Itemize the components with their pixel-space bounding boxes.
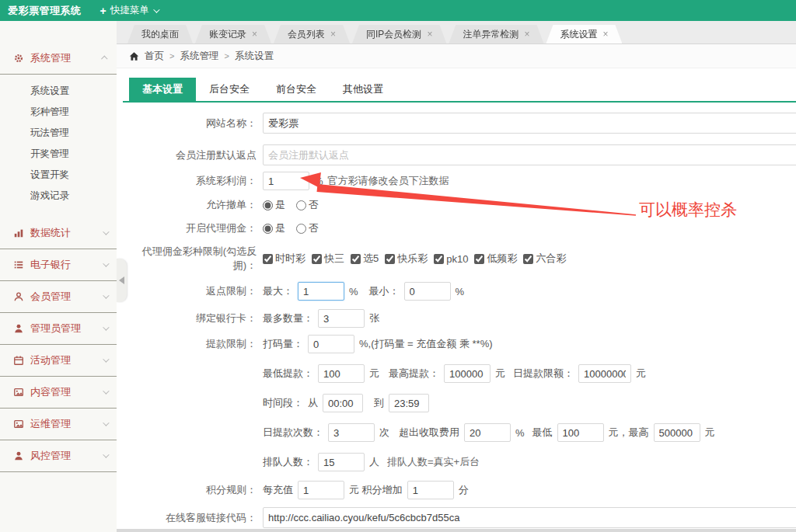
dama-input[interactable] bbox=[308, 335, 354, 353]
allow-cancel-yes[interactable]: 是 bbox=[263, 198, 285, 212]
reg-rebate-input[interactable] bbox=[263, 144, 796, 165]
percent-unit: % bbox=[349, 286, 358, 297]
check-liuhecai[interactable]: 六合彩 bbox=[523, 252, 566, 266]
radio-yes[interactable] bbox=[263, 224, 273, 234]
checkbox[interactable] bbox=[385, 254, 395, 264]
tab-account-changes[interactable]: 账变记录 × bbox=[195, 25, 271, 43]
allow-cancel-no[interactable]: 否 bbox=[296, 198, 319, 212]
sidebar-item-risk-mgmt[interactable]: 风控管理 bbox=[0, 440, 117, 472]
sidebar-collapse-handle[interactable] bbox=[117, 259, 127, 302]
checkbox[interactable] bbox=[312, 254, 322, 264]
tab-bet-anomaly-check[interactable]: 注单异常检测 × bbox=[449, 25, 543, 43]
sidebar-subitem-system-settings[interactable]: 系统设置 bbox=[0, 81, 117, 102]
min-withdraw-input[interactable] bbox=[318, 364, 365, 383]
subtab-backend-security[interactable]: 后台安全 bbox=[196, 78, 263, 101]
breadcrumb-separator: > bbox=[169, 51, 174, 61]
checkbox-label: 选5 bbox=[363, 252, 379, 266]
points-add-input[interactable] bbox=[407, 481, 454, 499]
sidebar-item-ops-mgmt[interactable]: 运维管理 bbox=[0, 409, 117, 440]
settings-subtabs: 基本设置 后台安全 前台安全 其他设置 bbox=[123, 78, 796, 103]
checkbox-label: 低频彩 bbox=[487, 252, 517, 266]
site-name-label: 网站名称： bbox=[123, 116, 257, 130]
quick-menu-button[interactable]: + 快捷菜单 bbox=[93, 0, 166, 21]
check-dipincai[interactable]: 低频彩 bbox=[474, 252, 517, 266]
sidebar-item-member-mgmt[interactable]: 会员管理 bbox=[0, 281, 117, 313]
fee-min-input[interactable] bbox=[557, 423, 604, 442]
checkbox[interactable] bbox=[434, 254, 444, 264]
fee-input[interactable] bbox=[464, 423, 511, 442]
bar-chart-icon bbox=[13, 228, 24, 238]
sys-profit-input[interactable] bbox=[263, 172, 309, 190]
daily-limit-input[interactable] bbox=[578, 364, 631, 383]
bank-card-qty-input[interactable] bbox=[318, 309, 365, 328]
percent-unit: % bbox=[314, 176, 323, 187]
agent-comm-no[interactable]: 否 bbox=[296, 221, 319, 235]
time-from-input[interactable] bbox=[323, 394, 363, 412]
points-mid-label: 元 积分增加 bbox=[349, 483, 403, 497]
breadcrumb-level1[interactable]: 系统管理 bbox=[180, 50, 218, 63]
radio-no[interactable] bbox=[296, 224, 306, 234]
breadcrumb-level2[interactable]: 系统设置 bbox=[235, 50, 274, 63]
sys-profit-label: 系统彩利润： bbox=[123, 174, 257, 188]
subtab-frontend-security[interactable]: 前台安全 bbox=[263, 78, 330, 101]
site-name-input[interactable] bbox=[263, 113, 796, 134]
sidebar-subitem-set-draw[interactable]: 设置开奖 bbox=[0, 165, 117, 186]
tab-label: 账变记录 bbox=[209, 28, 246, 41]
subtab-basic-settings[interactable]: 基本设置 bbox=[129, 78, 196, 101]
sidebar-subitem-game-records[interactable]: 游戏记录 bbox=[0, 186, 117, 207]
sidebar-item-admin-mgmt[interactable]: 管理员管理 bbox=[0, 313, 117, 345]
close-icon[interactable]: × bbox=[524, 30, 529, 39]
sidebar-subitem-lottery-mgmt[interactable]: 彩种管理 bbox=[0, 102, 117, 123]
comm-limit-label: 代理佣金彩种限制(勾选反拥)： bbox=[123, 245, 257, 273]
checkbox[interactable] bbox=[351, 254, 361, 264]
collapse-arrow-icon bbox=[119, 276, 124, 284]
max-withdraw-input[interactable] bbox=[444, 364, 491, 383]
sidebar-item-system-mgmt[interactable]: 系统管理 bbox=[0, 43, 117, 75]
rebate-max-input[interactable] bbox=[298, 282, 344, 301]
radio-no[interactable] bbox=[296, 200, 306, 210]
check-xuan5[interactable]: 选5 bbox=[351, 252, 379, 266]
breadcrumb-home[interactable]: 首页 bbox=[145, 50, 164, 63]
tab-label: 我的桌面 bbox=[141, 28, 179, 41]
subtab-other-settings[interactable]: 其他设置 bbox=[330, 78, 396, 101]
points-per-input[interactable] bbox=[298, 481, 344, 499]
agent-comm-yes[interactable]: 是 bbox=[263, 221, 285, 235]
time-to-input[interactable] bbox=[389, 394, 429, 412]
chevron-down-icon bbox=[103, 419, 109, 426]
queue-input[interactable] bbox=[318, 453, 365, 471]
sidebar-item-e-bank[interactable]: 电子银行 bbox=[0, 249, 117, 281]
close-icon[interactable]: × bbox=[427, 30, 432, 39]
image-icon bbox=[13, 419, 24, 429]
sidebar-item-content-mgmt[interactable]: 内容管理 bbox=[0, 377, 117, 409]
check-shishicai[interactable]: 时时彩 bbox=[263, 252, 305, 266]
checkbox-label: 快乐彩 bbox=[397, 252, 428, 266]
sidebar-item-data-stats[interactable]: 数据统计 bbox=[0, 217, 117, 249]
tab-same-ip-check[interactable]: 同IP会员检测 × bbox=[352, 25, 446, 43]
check-pk10[interactable]: pk10 bbox=[434, 253, 468, 265]
daily-limit-label: 日提款限额： bbox=[513, 367, 574, 381]
close-icon[interactable]: × bbox=[602, 30, 608, 39]
radio-yes[interactable] bbox=[263, 200, 273, 210]
max-label: 最大： bbox=[263, 284, 293, 298]
fee-label: 超出收取费用 bbox=[399, 426, 459, 440]
rebate-min-input[interactable] bbox=[404, 282, 451, 301]
checkbox[interactable] bbox=[263, 254, 273, 264]
checkbox[interactable] bbox=[523, 254, 533, 264]
checkbox[interactable] bbox=[474, 254, 484, 264]
tab-my-desktop[interactable]: 我的桌面 bbox=[127, 25, 193, 43]
tab-member-list[interactable]: 会员列表 × bbox=[274, 25, 350, 43]
close-icon[interactable]: × bbox=[330, 30, 336, 39]
kefu-input[interactable] bbox=[263, 507, 796, 528]
allow-cancel-label: 允许撤单： bbox=[123, 198, 257, 212]
daily-times-input[interactable] bbox=[328, 423, 375, 442]
dama-suffix: %,(打码量 = 充值金额 乘 **%) bbox=[359, 337, 493, 351]
fee-max-input[interactable] bbox=[654, 423, 700, 442]
sidebar-item-activity-mgmt[interactable]: 活动管理 bbox=[0, 345, 117, 377]
unit: 张 bbox=[369, 311, 379, 325]
sidebar-subitem-play-mgmt[interactable]: 玩法管理 bbox=[0, 123, 117, 144]
tab-system-settings[interactable]: 系统设置 × bbox=[546, 25, 622, 43]
check-kuaisan[interactable]: 快三 bbox=[312, 252, 344, 266]
sidebar-subitem-draw-mgmt[interactable]: 开奖管理 bbox=[0, 144, 117, 165]
close-icon[interactable]: × bbox=[252, 30, 257, 39]
check-kuailecai[interactable]: 快乐彩 bbox=[385, 252, 428, 266]
